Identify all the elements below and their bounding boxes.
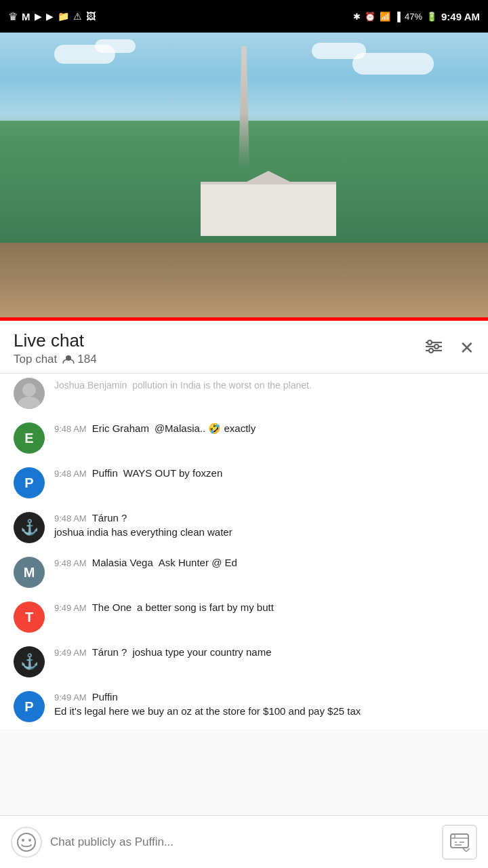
battery-icon: 🔋 (426, 12, 437, 22)
list-item: P 9:49 AM Puffin Ed it's legal here we b… (0, 684, 488, 729)
chat-input[interactable] (50, 827, 434, 858)
avatar: T (14, 601, 45, 633)
message-content: 9:48 AM Eric Graham @Malasia.. 🤣 exactly (54, 422, 474, 435)
avatar: M (14, 557, 45, 588)
list-item: ⚓ 9:49 AM Tárun ? joshua type your count… (0, 639, 488, 684)
message-meta: 9:48 AM Eric Graham @Malasia.. 🤣 exactly (54, 422, 474, 435)
list-item: P 9:48 AM Puffin WAYS OUT by foxzen (0, 460, 488, 505)
warning-icon: ⚠ (73, 11, 82, 22)
message-content: 9:49 AM Puffin Ed it's legal here we buy… (54, 691, 474, 718)
message-text: Ed it's legal here we buy an oz at the s… (54, 704, 474, 718)
avatar: E (14, 422, 45, 454)
status-time: 9:49 AM (441, 11, 480, 22)
message-text: @Malasia.. 🤣 exactly (155, 422, 256, 435)
bluetooth-icon: ✱ (353, 12, 361, 22)
message-text: Ask Hunter @ Ed (159, 557, 237, 568)
svg-point-7 (22, 383, 36, 397)
battery-level: 47% (405, 12, 422, 22)
avatar: ⚓ (14, 512, 45, 543)
message-meta: 9:49 AM The One a better song is fart by… (54, 601, 474, 613)
chat-messages-area: Joshua Benjamin pollution in India is th… (0, 374, 488, 729)
chat-input-area (0, 815, 488, 868)
send-button[interactable] (442, 825, 477, 860)
signal-icon: ▐ (394, 12, 401, 22)
list-item: E 9:48 AM Eric Graham @Malasia.. 🤣 exact… (0, 416, 488, 460)
message-time: 9:49 AM (54, 692, 87, 703)
svg-point-5 (434, 344, 439, 349)
live-chat-title: Live chat (14, 330, 97, 351)
svg-rect-12 (451, 834, 468, 848)
message-author: Tárun ? (92, 512, 127, 524)
viewer-count: 184 (62, 353, 96, 366)
chat-header-icons: ✕ (424, 338, 474, 359)
status-bar-right: ✱ ⏰ 📶 ▐ 47% 🔋 9:49 AM (353, 11, 480, 22)
svg-point-11 (28, 839, 31, 842)
message-content: 9:49 AM Tárun ? joshua type your country… (54, 646, 474, 658)
message-text: joshua india has everything clean water (54, 525, 474, 539)
message-meta: 9:49 AM Tárun ? joshua type your country… (54, 646, 474, 658)
youtube-icon: ▶ (35, 11, 42, 22)
avatar: P (14, 467, 45, 498)
white-house (201, 182, 336, 236)
close-icon[interactable]: ✕ (460, 338, 474, 359)
list-item: Joshua Benjamin pollution in India is th… (0, 374, 488, 416)
message-content: 9:48 AM Tárun ? joshua india has everyth… (54, 512, 474, 539)
avatar: P (14, 691, 45, 722)
folder-icon: 📁 (58, 11, 69, 22)
message-meta: 9:48 AM Malasia Vega Ask Hunter @ Ed (54, 557, 474, 568)
svg-point-4 (428, 340, 432, 344)
avatar: ⚓ (14, 646, 45, 677)
top-chat-row: Top chat 184 (14, 353, 97, 366)
message-content: 9:48 AM Puffin WAYS OUT by foxzen (54, 467, 474, 479)
ground (0, 243, 488, 317)
message-meta: 9:49 AM Puffin (54, 691, 474, 703)
message-text: joshua type your country name (132, 646, 271, 658)
message-content: 9:49 AM The One a better song is fart by… (54, 601, 474, 613)
list-item: T 9:49 AM The One a better song is fart … (0, 595, 488, 639)
svg-point-9 (18, 833, 35, 851)
message-text: a better song is fart by my butt (137, 601, 274, 613)
message-content: 9:48 AM Malasia Vega Ask Hunter @ Ed (54, 557, 474, 568)
message-content: Joshua Benjamin pollution in India is th… (54, 378, 474, 393)
chat-header-left: Live chat Top chat 184 (14, 330, 97, 366)
message-text: Joshua Benjamin pollution in India is th… (54, 379, 474, 393)
message-time: 9:49 AM (54, 603, 87, 613)
message-time: 9:48 AM (54, 424, 87, 434)
crown-icon: ♛ (8, 10, 18, 23)
message-meta: 9:48 AM Tárun ? (54, 512, 474, 524)
top-chat-label[interactable]: Top chat (14, 353, 57, 366)
message-author: Puffin (92, 467, 118, 479)
list-item: M 9:48 AM Malasia Vega Ask Hunter @ Ed (0, 550, 488, 595)
avatar (14, 378, 45, 409)
message-text: WAYS OUT by foxzen (123, 467, 222, 479)
chat-header: Live chat Top chat 184 ✕ (0, 321, 488, 374)
m-icon: M (22, 11, 30, 22)
status-bar: ♛ M ▶ ▶ 📁 ⚠ 🖼 ✱ ⏰ 📶 ▐ 47% 🔋 9:49 AM (0, 0, 488, 33)
status-bar-left-icons: ♛ M ▶ ▶ 📁 ⚠ 🖼 (8, 10, 96, 23)
alarm-icon: ⏰ (365, 12, 375, 22)
message-time: 9:48 AM (54, 513, 87, 524)
message-author: Puffin (92, 691, 118, 703)
svg-point-8 (18, 397, 40, 409)
video-player[interactable] (0, 33, 488, 317)
wifi-icon: 📶 (380, 12, 390, 22)
message-author: Tárun ? (92, 646, 127, 658)
message-author: Eric Graham (92, 422, 149, 434)
message-time: 9:49 AM (54, 648, 87, 658)
person-icon (62, 355, 75, 364)
svg-point-6 (429, 349, 433, 353)
message-author: Malasia Vega (92, 557, 153, 568)
filter-icon[interactable] (424, 338, 443, 359)
message-meta: 9:48 AM Puffin WAYS OUT by foxzen (54, 467, 474, 479)
youtube2-icon: ▶ (46, 11, 54, 22)
message-time: 9:48 AM (54, 469, 87, 479)
emoji-button[interactable] (11, 827, 42, 858)
image-icon: 🖼 (86, 11, 96, 22)
message-author: The One (92, 601, 131, 613)
svg-point-10 (22, 839, 24, 842)
message-time: 9:48 AM (54, 558, 87, 568)
list-item: ⚓ 9:48 AM Tárun ? joshua india has every… (0, 505, 488, 550)
